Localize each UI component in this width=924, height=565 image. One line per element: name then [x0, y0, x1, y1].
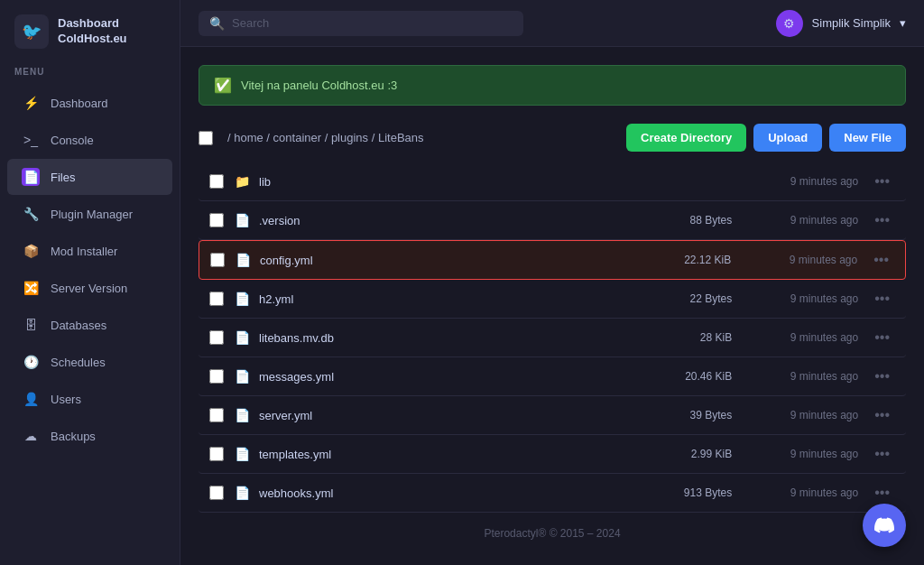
- file-time: 9 minutes ago: [750, 409, 858, 421]
- file-time: 9 minutes ago: [750, 214, 858, 227]
- file-name: h2.yml: [259, 292, 642, 306]
- app-subtitle: ColdHost.eu: [58, 32, 127, 47]
- plugin-manager-icon: 🔧: [22, 205, 40, 223]
- toolbar-buttons: Create Directory Upload New File: [626, 124, 906, 152]
- sidebar-item-console[interactable]: >_ Console: [7, 122, 172, 158]
- search-box[interactable]: 🔍: [199, 11, 523, 36]
- sidebar-item-mod-installer[interactable]: 📦 Mod Installer: [7, 233, 172, 269]
- file-time: 9 minutes ago: [749, 254, 857, 266]
- main-content: 🔍 ⚙ Simplik Simplik ▾ ✅ Vitej na panelu …: [180, 0, 924, 565]
- file-checkbox[interactable]: [209, 369, 224, 384]
- avatar: ⚙: [776, 10, 803, 37]
- file-row[interactable]: 📄 templates.yml 2.99 KiB 9 minutes ago •…: [199, 435, 906, 474]
- topbar: 🔍 ⚙ Simplik Simplik ▾: [180, 0, 924, 47]
- content-area: ✅ Vitej na panelu Coldhost.eu :3 / home …: [180, 47, 924, 565]
- file-row[interactable]: 📄 .version 88 Bytes 9 minutes ago •••: [199, 201, 906, 240]
- file-row[interactable]: 📄 config.yml 22.12 KiB 9 minutes ago •••: [199, 240, 906, 280]
- server-version-icon: 🔀: [22, 279, 40, 297]
- sidebar-item-users[interactable]: 👤 Users: [7, 381, 172, 417]
- check-icon: ✅: [214, 77, 232, 94]
- user-area[interactable]: ⚙ Simplik Simplik ▾: [776, 10, 906, 37]
- file-checkbox[interactable]: [209, 330, 224, 345]
- file-size: 39 Bytes: [642, 409, 732, 421]
- file-checkbox[interactable]: [209, 447, 224, 461]
- sidebar-item-label: Backups: [51, 430, 96, 443]
- file-time: 9 minutes ago: [750, 292, 858, 305]
- file-size: 20.46 KiB: [642, 370, 732, 383]
- file-time: 9 minutes ago: [750, 370, 858, 383]
- file-icon: 📄: [235, 486, 250, 500]
- file-menu-button[interactable]: •••: [869, 210, 895, 230]
- file-checkbox[interactable]: [209, 408, 224, 422]
- sidebar-item-files[interactable]: 📄 Files: [7, 159, 172, 195]
- file-time: 9 minutes ago: [750, 175, 858, 188]
- file-time: 9 minutes ago: [750, 486, 858, 499]
- file-menu-button[interactable]: •••: [869, 289, 895, 309]
- file-row[interactable]: 📄 messages.yml 20.46 KiB 9 minutes ago •…: [199, 357, 906, 396]
- file-icon: 📄: [236, 253, 251, 267]
- file-checkbox[interactable]: [209, 174, 224, 189]
- file-icon: 📄: [235, 213, 250, 227]
- file-menu-button[interactable]: •••: [868, 250, 894, 270]
- file-name: lib: [259, 175, 642, 189]
- file-checkbox[interactable]: [209, 213, 224, 227]
- file-row[interactable]: 📄 server.yml 39 Bytes 9 minutes ago •••: [199, 396, 906, 435]
- folder-icon: 📁: [235, 174, 250, 189]
- file-name: litebans.mv.db: [259, 331, 642, 345]
- file-menu-button[interactable]: •••: [869, 405, 895, 425]
- sidebar-item-server-version[interactable]: 🔀 Server Version: [7, 270, 172, 306]
- sidebar-item-schedules[interactable]: 🕐 Schedules: [7, 344, 172, 380]
- create-directory-button[interactable]: Create Directory: [626, 124, 746, 152]
- breadcrumb: / home / container / plugins / LiteBans: [199, 131, 424, 145]
- file-menu-button[interactable]: •••: [869, 328, 895, 347]
- sidebar-item-dashboard[interactable]: ⚡ Dashboard: [7, 85, 172, 121]
- sidebar-item-label: Console: [51, 134, 94, 147]
- file-checkbox[interactable]: [209, 292, 224, 306]
- file-row[interactable]: 📄 litebans.mv.db 28 KiB 9 minutes ago ••…: [199, 319, 906, 357]
- search-input[interactable]: [232, 16, 513, 30]
- file-size: 22 Bytes: [642, 292, 732, 305]
- file-time: 9 minutes ago: [750, 448, 858, 460]
- file-menu-button[interactable]: •••: [869, 444, 895, 464]
- alert-banner: ✅ Vitej na panelu Coldhost.eu :3: [199, 65, 906, 106]
- dashboard-icon: ⚡: [22, 94, 40, 112]
- footer-text: Pterodactyl® © 2015 – 2024: [484, 527, 620, 540]
- file-list: 📁 lib 9 minutes ago ••• 📄 .version 88 By…: [199, 162, 906, 513]
- sidebar: 🐦 Dashboard ColdHost.eu MENU ⚡ Dashboard…: [0, 0, 180, 565]
- new-file-button[interactable]: New File: [829, 124, 906, 152]
- file-icon: 📄: [235, 292, 250, 306]
- sidebar-item-databases[interactable]: 🗄 Databases: [7, 307, 172, 343]
- schedules-icon: 🕐: [22, 353, 40, 371]
- sidebar-item-plugin-manager[interactable]: 🔧 Plugin Manager: [7, 196, 172, 232]
- file-icon: 📄: [235, 447, 250, 461]
- select-all-checkbox[interactable]: [199, 131, 213, 145]
- file-time: 9 minutes ago: [750, 331, 858, 344]
- discord-button[interactable]: [863, 504, 906, 547]
- file-icon: 📄: [235, 330, 250, 345]
- sidebar-header: 🐦 Dashboard ColdHost.eu: [0, 14, 180, 67]
- databases-icon: 🗄: [22, 316, 40, 334]
- file-row[interactable]: 📄 webhooks.yml 913 Bytes 9 minutes ago •…: [199, 474, 906, 513]
- file-menu-button[interactable]: •••: [869, 366, 895, 386]
- file-menu-button[interactable]: •••: [869, 483, 895, 503]
- file-checkbox[interactable]: [210, 253, 225, 267]
- file-size: 88 Bytes: [642, 214, 732, 227]
- sidebar-item-label: Plugin Manager: [51, 208, 133, 221]
- file-checkbox[interactable]: [209, 486, 224, 500]
- file-toolbar: / home / container / plugins / LiteBans …: [199, 124, 906, 152]
- sidebar-item-label: Files: [51, 171, 75, 184]
- file-menu-button[interactable]: •••: [869, 171, 895, 191]
- upload-button[interactable]: Upload: [753, 124, 822, 152]
- sidebar-item-label: Users: [51, 393, 81, 406]
- sidebar-item-backups[interactable]: ☁ Backups: [7, 418, 172, 454]
- file-row[interactable]: 📄 h2.yml 22 Bytes 9 minutes ago •••: [199, 280, 906, 319]
- menu-label: MENU: [0, 67, 180, 84]
- sidebar-item-label: Server Version: [51, 282, 127, 295]
- console-icon: >_: [22, 131, 40, 149]
- file-name: .version: [259, 214, 642, 227]
- file-name: server.yml: [259, 409, 642, 422]
- users-icon: 👤: [22, 390, 40, 408]
- file-row[interactable]: 📁 lib 9 minutes ago •••: [199, 162, 906, 201]
- file-icon: 📄: [235, 369, 250, 384]
- chevron-down-icon: ▾: [900, 16, 906, 30]
